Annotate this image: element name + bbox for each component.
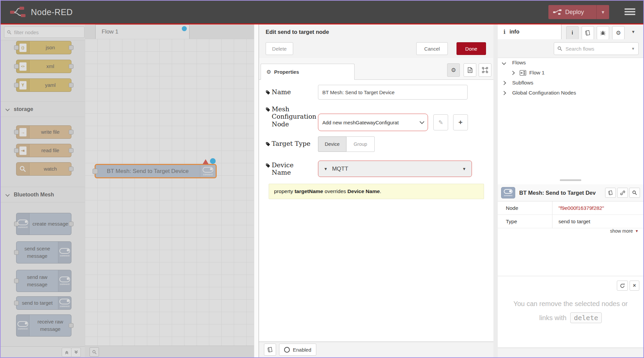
- search-flows-input[interactable]: [565, 46, 631, 52]
- help-tip-text: You can remove the selected nodes or lin…: [498, 297, 643, 325]
- bug-icon: [600, 30, 606, 36]
- show-more-link[interactable]: show more▼: [610, 228, 639, 234]
- node-id-value[interactable]: "f9e000f16379f282": [552, 201, 604, 215]
- tree-item-subflows[interactable]: Subflows: [498, 78, 643, 88]
- book-icon: [267, 346, 273, 353]
- info-icon: i: [572, 29, 573, 36]
- tree-item-flows[interactable]: Flows: [498, 58, 643, 68]
- gear-icon: ⚙: [266, 69, 271, 75]
- table-row-type: Type send to target: [498, 215, 643, 228]
- edit-config-button[interactable]: ✎: [433, 114, 448, 130]
- node-red-logo: Node-RED: [9, 6, 73, 18]
- description-view-button[interactable]: [464, 63, 476, 77]
- search-flows-box[interactable]: ▼: [554, 42, 639, 55]
- deploy-caret-icon[interactable]: ▼: [597, 10, 609, 15]
- pencil-icon: ✎: [438, 119, 443, 126]
- delete-button[interactable]: Delete: [266, 42, 293, 55]
- find-node-button[interactable]: [629, 188, 640, 198]
- field-row-name: Name: [266, 85, 487, 100]
- table-row-node: Node "f9e000f16379f282": [498, 201, 643, 215]
- node-help-button[interactable]: [264, 344, 276, 356]
- flow-icon: [520, 70, 526, 76]
- node-help-button[interactable]: [605, 188, 616, 198]
- app-title: Node-RED: [31, 7, 73, 17]
- close-tip-button[interactable]: ×: [630, 281, 639, 291]
- node-enabled-toggle[interactable]: Enabled: [279, 344, 316, 356]
- device-name-dropdown[interactable]: ▼ MQTT ▼: [318, 161, 472, 177]
- sidebar-search-row: ▼: [498, 39, 643, 58]
- caret-down-icon: ▼: [462, 167, 466, 171]
- refresh-tip-button[interactable]: [617, 281, 628, 291]
- box-select-icon: [482, 67, 488, 73]
- mesh-config-label: Mesh Configuration Node: [266, 105, 318, 128]
- node-red-logo-icon: [9, 6, 27, 18]
- cancel-button[interactable]: Cancel: [416, 42, 448, 55]
- copy-link-button[interactable]: [617, 188, 628, 198]
- magnifier-icon: [632, 190, 637, 195]
- edit-dialog-title: Edit send to target node: [259, 24, 493, 40]
- sidebar-debug-button[interactable]: [597, 26, 609, 40]
- info-icon: i: [503, 29, 505, 35]
- node-info-header: connect BT Mesh: Send to Target Dev: [498, 184, 643, 201]
- appearance-view-button[interactable]: [479, 63, 491, 77]
- search-options-caret[interactable]: ▼: [631, 47, 635, 51]
- target-type-label: Target Type: [266, 136, 318, 147]
- tag-icon: [266, 107, 270, 112]
- right-sidebar: i info i ⚙ ▼: [498, 24, 643, 357]
- chevron-right-icon: [502, 81, 506, 85]
- add-config-button[interactable]: +: [453, 114, 468, 130]
- deploy-label: Deploy: [565, 9, 584, 16]
- node-red-app: Node-RED Deploy ▼: [0, 0, 644, 358]
- plus-icon: +: [459, 118, 463, 126]
- sidebar-help-button[interactable]: [582, 26, 594, 40]
- connect-toggle-icon: connect: [501, 187, 515, 198]
- node-info-title: BT Mesh: Send to Target Dev: [519, 190, 604, 196]
- sidebar-tab-bar: i info i ⚙ ▼: [498, 24, 643, 40]
- mesh-config-select[interactable]: Add new meshGatewayConfigurat: [318, 114, 428, 131]
- help-panel-divider: [498, 276, 643, 276]
- edit-form: Name Mesh Configuration Node Add new mes…: [259, 79, 493, 342]
- node-type-value: send to target: [552, 215, 590, 228]
- tree-item-global-config[interactable]: Global Configuration Nodes: [498, 88, 643, 98]
- canvas-scrollbar[interactable]: [254, 24, 259, 357]
- book-icon: [608, 190, 613, 195]
- tag-icon: [266, 163, 270, 168]
- gear-icon: ⚙: [451, 67, 456, 74]
- deploy-button[interactable]: Deploy ▼: [548, 5, 609, 19]
- property-override-notice: property targetName overrides Device Nam…: [269, 184, 484, 199]
- main-menu-button[interactable]: [625, 8, 635, 16]
- field-row-device-name: Device Name ▼ MQTT ▼: [266, 161, 487, 177]
- sidebar-more-tabs-caret[interactable]: ▼: [631, 29, 635, 34]
- node-info-table: Node "f9e000f16379f282" Type send to tar…: [498, 201, 643, 228]
- field-row-target-type: Target Type Device Group: [266, 136, 487, 152]
- target-type-device-button[interactable]: Device: [318, 136, 346, 152]
- chevron-down-icon: [502, 61, 506, 65]
- field-row-mesh-config: Mesh Configuration Node Add new meshGate…: [266, 105, 487, 131]
- sidebar-splitter-handle[interactable]: [560, 179, 581, 181]
- tab-properties[interactable]: ⚙ Properties: [261, 64, 355, 80]
- sidebar-config-button[interactable]: ⚙: [612, 26, 625, 40]
- chevron-right-icon: [511, 71, 515, 75]
- target-type-group-button[interactable]: Group: [346, 136, 375, 152]
- edit-dialog-toolbar: Delete Cancel Done: [259, 39, 493, 58]
- close-icon: ×: [633, 283, 636, 289]
- help-panel-buttons: ×: [615, 281, 639, 291]
- sidebar-info-button[interactable]: i: [566, 26, 579, 40]
- properties-view-button[interactable]: ⚙: [447, 63, 460, 77]
- sidebar-footer: [498, 348, 643, 357]
- app-header: Node-RED Deploy ▼: [1, 1, 643, 24]
- chevron-right-icon: [502, 91, 506, 95]
- select-caret-icon: [420, 119, 424, 124]
- enabled-status-icon: [284, 347, 290, 353]
- name-input[interactable]: [318, 85, 468, 100]
- done-button[interactable]: Done: [457, 42, 486, 55]
- link-icon: [620, 190, 625, 195]
- name-label: Name: [266, 85, 318, 96]
- caret-down-icon: ▼: [635, 229, 639, 233]
- tree-item-flow-1[interactable]: Flow 1: [498, 68, 643, 78]
- device-name-label: Device Name: [266, 161, 318, 176]
- book-icon: [585, 29, 591, 36]
- tray-resize-handle[interactable]: [493, 24, 498, 357]
- tag-icon: [266, 142, 270, 146]
- tab-info[interactable]: i info: [498, 24, 561, 39]
